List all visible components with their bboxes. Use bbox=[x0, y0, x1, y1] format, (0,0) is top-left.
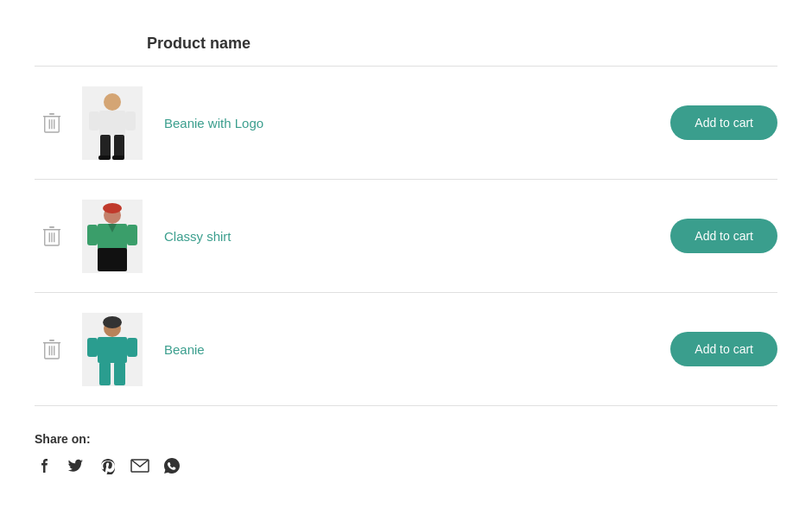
svg-rect-42 bbox=[114, 362, 125, 385]
svg-point-37 bbox=[103, 316, 122, 328]
product-image-svg-2 bbox=[82, 200, 143, 273]
share-label: Share on: bbox=[35, 432, 777, 446]
svg-rect-28 bbox=[98, 248, 127, 271]
table-header: Product name bbox=[35, 26, 777, 67]
product-name-3: Beanie bbox=[164, 342, 653, 357]
product-image-1 bbox=[78, 84, 147, 162]
product-image-2 bbox=[78, 197, 147, 275]
delete-button-1[interactable] bbox=[35, 111, 69, 134]
share-section: Share on: bbox=[35, 406, 777, 484]
main-container: Product name bbox=[17, 0, 795, 510]
product-row: Beanie with Logo Add to cart bbox=[35, 67, 777, 180]
svg-rect-14 bbox=[112, 156, 124, 160]
add-to-cart-button-3[interactable]: Add to cart bbox=[670, 332, 777, 366]
delete-button-2[interactable] bbox=[35, 225, 69, 247]
add-to-cart-button-2[interactable]: Add to cart bbox=[670, 219, 777, 253]
svg-rect-39 bbox=[87, 338, 98, 357]
svg-rect-10 bbox=[125, 111, 136, 130]
svg-point-7 bbox=[104, 93, 121, 111]
trash-icon bbox=[42, 111, 61, 134]
svg-rect-13 bbox=[98, 156, 111, 160]
svg-point-23 bbox=[103, 203, 122, 213]
trash-icon bbox=[42, 225, 61, 247]
trash-icon bbox=[42, 338, 61, 360]
share-icons bbox=[35, 456, 777, 475]
column-header-product-name: Product name bbox=[147, 35, 777, 53]
svg-rect-8 bbox=[99, 111, 125, 135]
product-image-svg-1 bbox=[82, 86, 143, 160]
svg-rect-11 bbox=[100, 135, 111, 158]
twitter-icon[interactable] bbox=[67, 456, 86, 475]
svg-rect-9 bbox=[89, 111, 99, 130]
svg-rect-26 bbox=[87, 225, 98, 245]
svg-rect-41 bbox=[99, 362, 111, 385]
product-row: Beanie Add to cart bbox=[35, 293, 777, 406]
add-to-cart-button-1[interactable]: Add to cart bbox=[670, 105, 777, 140]
svg-rect-40 bbox=[127, 338, 137, 357]
email-icon[interactable] bbox=[130, 456, 149, 475]
svg-rect-38 bbox=[98, 337, 127, 363]
svg-rect-27 bbox=[127, 225, 137, 245]
delete-button-3[interactable] bbox=[35, 338, 69, 360]
product-image-3 bbox=[78, 310, 147, 388]
product-name-2: Classy shirt bbox=[164, 229, 653, 244]
product-row: Classy shirt Add to cart bbox=[35, 180, 777, 293]
pinterest-icon[interactable] bbox=[98, 456, 117, 475]
svg-rect-12 bbox=[114, 135, 124, 158]
facebook-icon[interactable] bbox=[35, 456, 54, 475]
whatsapp-icon[interactable] bbox=[162, 456, 181, 475]
product-image-svg-3 bbox=[82, 313, 143, 386]
product-name-1: Beanie with Logo bbox=[164, 116, 653, 130]
